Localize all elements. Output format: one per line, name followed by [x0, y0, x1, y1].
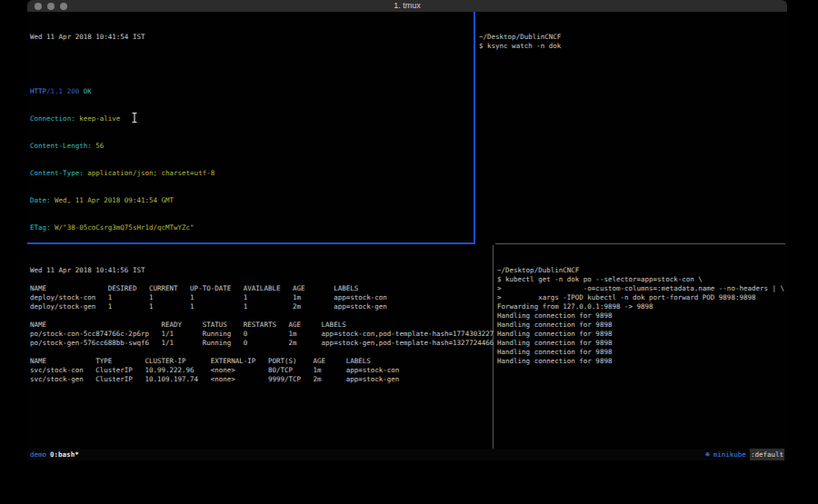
http-protocol: HTTP: [30, 87, 46, 95]
header-key: Connection:: [30, 114, 75, 123]
window-controls: [35, 3, 67, 10]
pane-bottom-right-port-forward[interactable]: ~/Desktop/DublinCNCF $ kubectl get -n do…: [494, 245, 790, 451]
http-header-line: Content-Length: 56: [30, 142, 476, 151]
http-header-line: ETag: W/"38-05coCsrg3mQ75sHr1d/qcMTwYZc": [30, 223, 476, 232]
kube-namespace: :default: [750, 449, 784, 460]
header-key: Content-Length:: [30, 142, 92, 150]
tmux-status-bar: demo 0:bash* ☸minikube:default: [27, 449, 787, 460]
header-value: W/"38-05coCsrg3mQ75sHr1d/qcMTwYZc": [51, 223, 195, 232]
active-pane-border-horizontal[interactable]: [27, 242, 475, 244]
kubernetes-wheel-icon: ☸: [705, 449, 710, 460]
header-value: application/json; charset=utf-8: [84, 169, 215, 177]
header-key: Content-Type:: [30, 169, 84, 177]
http-header-line: Content-Type: application/json; charset=…: [30, 169, 476, 178]
window-title: 1. tmux: [27, 0, 787, 12]
port-forward-output: ~/Desktop/DublinCNCF $ kubectl get -n do…: [497, 266, 790, 366]
pane-top-left-http-response[interactable]: Wed 11 Apr 2018 10:41:54 IST HTTP/1.1 20…: [27, 12, 476, 245]
header-key: ETag:: [30, 223, 51, 232]
http-header-line: Date: Wed, 11 Apr 2018 09:41:54 GMT: [30, 196, 476, 205]
session-name: demo: [30, 449, 46, 460]
header-value: keep-alive: [75, 114, 121, 123]
header-key: Date:: [30, 196, 51, 204]
kubectl-get-output: Wed 11 Apr 2018 10:41:56 IST NAME DESIRE…: [30, 266, 495, 384]
header-value: 56: [92, 142, 105, 150]
http-reason: OK: [84, 87, 92, 95]
window-label[interactable]: 0:bash*: [50, 449, 79, 460]
header-value: Wed, 11 Apr 2018 09:41:54 GMT: [51, 196, 174, 204]
pane-divider-horizontal[interactable]: [495, 243, 785, 244]
pane-top-right-ksync[interactable]: ~/Desktop/DublinCNCF $ ksync watch -n do…: [476, 12, 790, 245]
ksync-terminal-text: ~/Desktop/DublinCNCF $ ksync watch -n do…: [479, 33, 790, 51]
tmux-panes: Wed 11 Apr 2018 10:41:54 IST HTTP/1.1 20…: [27, 12, 787, 449]
close-button[interactable]: [35, 3, 42, 10]
titlebar: 1. tmux: [27, 0, 787, 12]
mouse-cursor-ibeam: [131, 112, 138, 124]
http-status-line: HTTP/1.1 200 OK: [30, 87, 476, 96]
minimize-button[interactable]: [47, 3, 55, 10]
http-version-code: /1.1 200: [46, 87, 84, 95]
desktop: { "titlebar": { "title": "1. tmux" }, "c…: [0, 0, 818, 504]
kube-context: minikube: [713, 449, 746, 460]
active-pane-border-vertical[interactable]: [474, 12, 475, 244]
http-header-line: Connection: keep-alive: [30, 114, 476, 124]
terminal-window: 1. tmux Wed 11 Apr 2018 10:41:54 IST HTT…: [27, 0, 787, 460]
date-line: Wed 11 Apr 2018 10:41:54 IST: [30, 33, 476, 42]
zoom-button[interactable]: [60, 3, 67, 10]
pane-bottom-left-kubectl-get[interactable]: Wed 11 Apr 2018 10:41:56 IST NAME DESIRE…: [27, 245, 495, 451]
